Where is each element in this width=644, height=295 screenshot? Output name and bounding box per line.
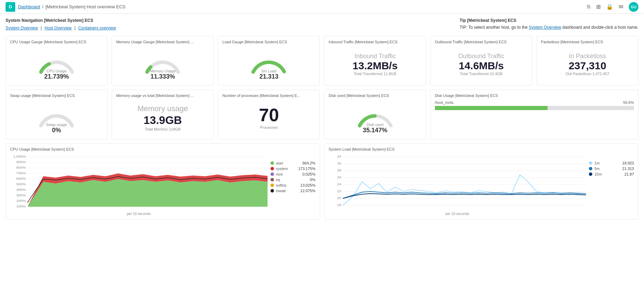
svg-text:16:46:00: 16:46:00 xyxy=(551,209,564,209)
breadcrumb-sep: / xyxy=(42,4,44,9)
topbar-icons: ⎘ ⊞ 🔒 ✉ GU xyxy=(587,2,638,12)
nav-link-system-overview[interactable]: System Overview xyxy=(6,26,38,30)
cpu-chart-svg: 1,000% 900% 800% 700% 600% 500% 400% 300… xyxy=(10,154,268,209)
packetloss-widget: Packetloss [Metricbeat System] ECS In Pa… xyxy=(536,36,638,86)
memory-total-label: Memory usage xyxy=(137,104,188,113)
legend-val-1m: 18.923 xyxy=(622,161,634,165)
disk-used-gauge-container: Disk used 35.147% xyxy=(328,100,421,135)
load-gauge-container: 5m Load 21.313 xyxy=(222,47,315,82)
svg-text:700%: 700% xyxy=(16,171,26,175)
tip-link[interactable]: System Overview xyxy=(529,25,561,30)
memory-gauge-title: Memory Usage Gauge [Metricbeat System] .… xyxy=(116,40,209,44)
legend-name-5m: 5m xyxy=(594,167,600,171)
processes-value: 70 xyxy=(259,106,279,124)
svg-text:26: 26 xyxy=(337,176,341,179)
user-avatar[interactable]: GU xyxy=(629,2,638,12)
inbound-label: Inbound Traffic xyxy=(354,53,396,60)
packetloss-metric: In Packetloss 237,310 Out Packetloss 1,4… xyxy=(541,47,634,81)
outbound-title: Outbound Traffic [Metricbeat System] ECS xyxy=(435,40,528,44)
legend-name-1m: 1m xyxy=(594,161,600,165)
legend-name-iowait: iowait xyxy=(276,189,286,193)
svg-text:300%: 300% xyxy=(16,194,26,197)
load-chart-widget: System Load [Metricbeat System] ECS 32 3… xyxy=(324,143,639,220)
inbound-title: Inbound Traffic [Metricbeat System] ECS xyxy=(328,40,421,44)
svg-text:16:42:00: 16:42:00 xyxy=(479,209,492,209)
nav-section: System Navigation [Metricbeat System] EC… xyxy=(6,18,638,30)
processes-metric: 70 Processes xyxy=(222,100,315,135)
row2-grid: Swap usage [Metricbeat System] ECS Swap … xyxy=(6,90,638,139)
legend-dot-system xyxy=(271,167,274,170)
legend-item-15m: 15m 21.87 xyxy=(589,172,634,176)
packetloss-label: In Packetloss xyxy=(569,53,606,60)
load-chart-inner: 32 30 28 26 24 22 20 18 xyxy=(329,154,634,216)
legend-dot-1m xyxy=(589,161,592,165)
app-logo[interactable]: D xyxy=(6,2,15,12)
nav-right: Tip [Metricbeat System] ECS TIP: To sele… xyxy=(460,18,638,30)
svg-text:16:44:00: 16:44:00 xyxy=(515,209,528,209)
legend-dot-softirq xyxy=(271,184,274,187)
topbar-left: D Dashboard / [Metricbeat System] Host o… xyxy=(6,2,126,12)
svg-text:18: 18 xyxy=(337,203,341,207)
nav-links: System Overview | Host Overview | Contai… xyxy=(6,26,116,30)
main-content: System Navigation [Metricbeat System] EC… xyxy=(0,14,644,224)
memory-gauge-label: Memory Usage xyxy=(150,69,176,73)
breadcrumb-home[interactable]: Dashboard xyxy=(18,4,40,9)
legend-val-softirq: 13.025% xyxy=(300,183,315,187)
legend-dot-5m xyxy=(589,167,592,170)
memory-total-metric: Memory usage 13.9GB Total Memory 118GB xyxy=(116,100,209,135)
outbound-value: 14.6MB/s xyxy=(459,60,504,72)
cpu-chart-svg-area: 1,000% 900% 800% 700% 600% 500% 400% 300… xyxy=(10,154,268,216)
svg-text:16:48:00: 16:48:00 xyxy=(261,209,268,209)
dashboard-icon[interactable]: ⊞ xyxy=(596,3,601,10)
disk-bar-label: /host_mnts 56.6% xyxy=(435,100,634,105)
outbound-widget: Outbound Traffic [Metricbeat System] ECS… xyxy=(430,36,532,86)
legend-item-iowait: iowait 12.075% xyxy=(271,189,316,193)
legend-dot-user xyxy=(271,161,274,165)
memory-gauge-value: 11.333% xyxy=(150,73,176,80)
legend-name-irq: irq xyxy=(276,178,280,182)
legend-item-user: user 664.2% xyxy=(271,161,316,165)
outbound-sub: Total Transferred 10.4GB xyxy=(460,72,503,76)
processes-widget: Number of processes [Metricbeat System] … xyxy=(218,90,320,139)
lock-icon[interactable]: 🔒 xyxy=(606,3,613,10)
svg-text:16:34:00: 16:34:00 xyxy=(336,209,349,209)
legend-val-iowait: 12.075% xyxy=(300,189,315,193)
legend-val-15m: 21.87 xyxy=(624,172,634,176)
svg-text:1,000%: 1,000% xyxy=(13,155,26,158)
svg-text:16:46:00: 16:46:00 xyxy=(230,209,243,209)
cpu-gauge-title: CPU Usage Gauge [Metricbeat System] ECS xyxy=(10,40,103,44)
load-chart-svg: 32 30 28 26 24 22 20 18 xyxy=(329,154,586,209)
svg-text:20: 20 xyxy=(337,196,341,200)
swap-title: Swap usage [Metricbeat System] ECS xyxy=(10,93,103,98)
share-icon[interactable]: ⎘ xyxy=(587,4,591,10)
swap-gauge-label: Swap usage xyxy=(46,123,67,127)
load-gauge-value: 21.313 xyxy=(259,73,278,80)
legend-val-user: 664.2% xyxy=(302,161,315,165)
nav-link-containers-overview[interactable]: Containers overview xyxy=(78,26,116,30)
packetloss-title: Packetloss [Metricbeat System] ECS xyxy=(541,40,634,44)
nav-link-host-overview[interactable]: Host Overview xyxy=(44,26,71,30)
memory-total-value: 13.9GB xyxy=(144,115,182,126)
legend-item-softirq: softirq 13.025% xyxy=(271,183,316,187)
load-chart-title: System Load [Metricbeat System] ECS xyxy=(329,147,634,151)
cpu-gauge-container: CPU Usage 21.739% xyxy=(10,47,103,82)
disk-bar-container: /host_mnts 56.6% xyxy=(435,100,634,110)
nav-left: System Navigation [Metricbeat System] EC… xyxy=(6,18,116,30)
mail-icon[interactable]: ✉ xyxy=(619,3,623,10)
disk-percent-label: 56.6% xyxy=(623,100,634,105)
load-chart-x-label: per 10 seconds xyxy=(329,212,586,216)
swap-widget: Swap usage [Metricbeat System] ECS Swap … xyxy=(6,90,108,139)
swap-gauge-value: 0% xyxy=(46,127,67,134)
legend-item-system: system 173.175% xyxy=(271,167,316,171)
svg-text:800%: 800% xyxy=(16,166,26,169)
inbound-value: 13.2MB/s xyxy=(353,60,398,72)
memory-gauge-container: Memory Usage 11.333% xyxy=(116,47,209,82)
svg-text:16:40:00: 16:40:00 xyxy=(126,209,138,209)
inbound-widget: Inbound Traffic [Metricbeat System] ECS … xyxy=(324,36,426,86)
breadcrumb-current: [Metricbeat System] Host overview ECS xyxy=(45,4,125,9)
legend-name-user: user xyxy=(276,161,283,165)
svg-text:600%: 600% xyxy=(16,177,26,180)
legend-val-system: 173.175% xyxy=(298,167,316,171)
cpu-chart-legend: user 664.2% system 173.175% nice 0.025% xyxy=(271,154,316,216)
nav-sep-1: | xyxy=(41,26,42,30)
